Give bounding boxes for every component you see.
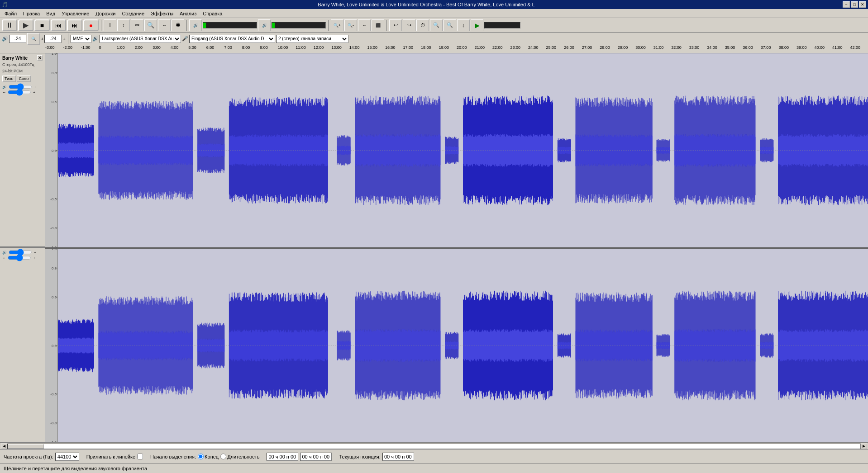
pan-slider[interactable]: [8, 90, 31, 95]
solo-button[interactable]: Соло: [17, 76, 31, 82]
track-sliders-top: 🔊 + ↔ +: [1, 84, 43, 95]
scrollbar-track[interactable]: [7, 444, 861, 449]
pan-slider-b[interactable]: [8, 255, 31, 260]
bottom-status: Щёлкните и перетащите для выделения звук…: [0, 463, 868, 473]
loop-button[interactable]: 🔍: [430, 19, 443, 31]
mute-button[interactable]: Тихо: [2, 76, 16, 82]
end-radio-label: Конец: [198, 454, 219, 459]
time-tick-44: 41:00: [832, 45, 843, 50]
volume-icon-b: 🔊: [2, 251, 7, 255]
timeshift-tool[interactable]: ↔: [158, 19, 171, 31]
time-tick-32: 29:00: [618, 45, 628, 50]
zoom-level-btn[interactable]: 🔍: [27, 33, 40, 45]
menu-item-эффекты[interactable]: Эффекты: [148, 10, 176, 17]
envelope-tool[interactable]: ↕: [117, 19, 130, 31]
input-level-value[interactable]: [9, 35, 26, 43]
dev-sep-1: [68, 33, 68, 44]
time-tick-25: 22:00: [492, 45, 503, 50]
snap-checkbox[interactable]: [137, 454, 143, 459]
stop-button[interactable]: ■: [34, 19, 50, 31]
zoom-in-button[interactable]: 🔍+: [331, 19, 343, 31]
menu-item-файл[interactable]: Файл: [2, 10, 19, 17]
close-button[interactable]: ✕: [859, 1, 866, 8]
end-value-input[interactable]: [300, 453, 332, 461]
time-tick-41: 38:00: [778, 45, 789, 50]
pan-row: ↔ +: [2, 90, 43, 95]
maximize-button[interactable]: □: [851, 1, 858, 8]
zoom-sel-button[interactable]: ⬛: [372, 19, 384, 31]
time-tick-14: 11:00: [296, 45, 306, 50]
length-label: Длительность: [227, 454, 259, 459]
expand-button[interactable]: ↕: [457, 19, 470, 31]
waveform-canvas-bottom[interactable]: [45, 249, 868, 443]
snap-group: Прилипать к линейке: [86, 454, 143, 459]
scroll-left-button[interactable]: ◀: [1, 444, 7, 449]
menu-item-справка[interactable]: Справка: [200, 10, 225, 17]
zoom-out-button[interactable]: 🔍-: [344, 19, 357, 31]
time-tick-20: 17:00: [403, 45, 413, 50]
time-tick-33: 30:00: [635, 45, 646, 50]
menu-item-правка[interactable]: Правка: [20, 10, 43, 17]
end-label: Конец: [205, 454, 219, 459]
menu-item-вид[interactable]: Вид: [43, 10, 58, 17]
time-tick-26: 23:00: [510, 45, 521, 50]
output-meter-btn[interactable]: 🔊: [258, 19, 271, 31]
next-button[interactable]: ⏭: [67, 19, 82, 31]
zoom-fit-button[interactable]: ↔: [358, 19, 371, 31]
app-icon: 🎵: [2, 2, 8, 8]
time-tick-42: 39:00: [796, 45, 807, 50]
horizontal-scrollbar: ◀ ▶: [0, 442, 868, 449]
clip-button[interactable]: 🔍: [444, 19, 456, 31]
start-value-input[interactable]: [267, 453, 298, 461]
time-tick-27: 24:00: [528, 45, 539, 50]
redo-button[interactable]: ↪: [403, 19, 415, 31]
menu-item-дорожки[interactable]: Дорожки: [93, 10, 118, 17]
menu-item-управление[interactable]: Управление: [59, 10, 92, 17]
window-controls: − □ ✕: [843, 1, 866, 8]
volume-value: +: [34, 85, 36, 89]
play-meter: [484, 22, 520, 28]
audio-system-select[interactable]: MME: [71, 35, 91, 43]
waveform-canvas-top[interactable]: [45, 53, 868, 247]
track-close-button[interactable]: ✕: [37, 55, 43, 61]
scrollbar-thumb[interactable]: [8, 444, 44, 449]
selection-tool[interactable]: I: [104, 19, 116, 31]
channels-select[interactable]: 2 (стерео) канала записи: [276, 35, 348, 43]
time-tick-22: 19:00: [439, 45, 449, 50]
record-button[interactable]: ●: [83, 19, 99, 31]
track-name-label: Barry White: [2, 56, 28, 61]
output-level-value[interactable]: [44, 35, 62, 43]
waveform-bottom[interactable]: [45, 249, 868, 443]
draw-tool[interactable]: ✏: [131, 19, 143, 31]
minimize-button[interactable]: −: [843, 1, 850, 8]
end-radio[interactable]: [198, 454, 204, 459]
position-value-input[interactable]: [382, 453, 414, 461]
length-radio[interactable]: [220, 454, 226, 459]
toolbar-separator-2: [186, 20, 187, 31]
waveform-top[interactable]: [45, 53, 868, 249]
track-sliders-bottom: 🔊 + ↔ +: [1, 249, 43, 261]
sample-rate-label: Частота проекта (Гц):: [4, 454, 53, 459]
time-ruler-label: [0, 45, 45, 53]
menu-item-создание[interactable]: Создание: [119, 10, 147, 17]
zoom-tool[interactable]: 🔍: [144, 19, 157, 31]
play-button[interactable]: ▶: [18, 19, 33, 31]
playback-device-select[interactable]: Lautsprecher (ASUS Xonar DSX Au: [100, 35, 181, 43]
play-green-button[interactable]: ▶: [471, 19, 483, 31]
device-toolbar: 🔊 🔍 + + MME 🔊 Lautsprecher (ASUS Xonar D…: [0, 33, 868, 45]
multi-tool[interactable]: ✱: [172, 19, 184, 31]
record-device-select[interactable]: Eingang (ASUS Xonar DSX Audio D: [189, 35, 275, 43]
sync-button[interactable]: ⏱: [416, 19, 429, 31]
track-info-top: Barry White ✕ Стерео, 44100Гц 24-bit PCM…: [0, 53, 45, 248]
prev-button[interactable]: ⏮: [51, 19, 66, 31]
menu-bar: ФайлПравкаВидУправлениеДорожкиСозданиеЭф…: [0, 9, 868, 18]
pause-button[interactable]: ⏸: [2, 19, 17, 31]
menu-item-анализ[interactable]: Анализ: [177, 10, 199, 17]
time-tick-28: 25:00: [546, 45, 557, 50]
time-tick-13: 10:00: [278, 45, 288, 50]
input-meter-btn[interactable]: 🔊: [189, 19, 202, 31]
sample-rate-select[interactable]: 44100: [55, 453, 79, 461]
scroll-right-button[interactable]: ▶: [861, 444, 867, 449]
pan-value: +: [33, 90, 35, 95]
undo-button[interactable]: ↩: [389, 19, 402, 31]
